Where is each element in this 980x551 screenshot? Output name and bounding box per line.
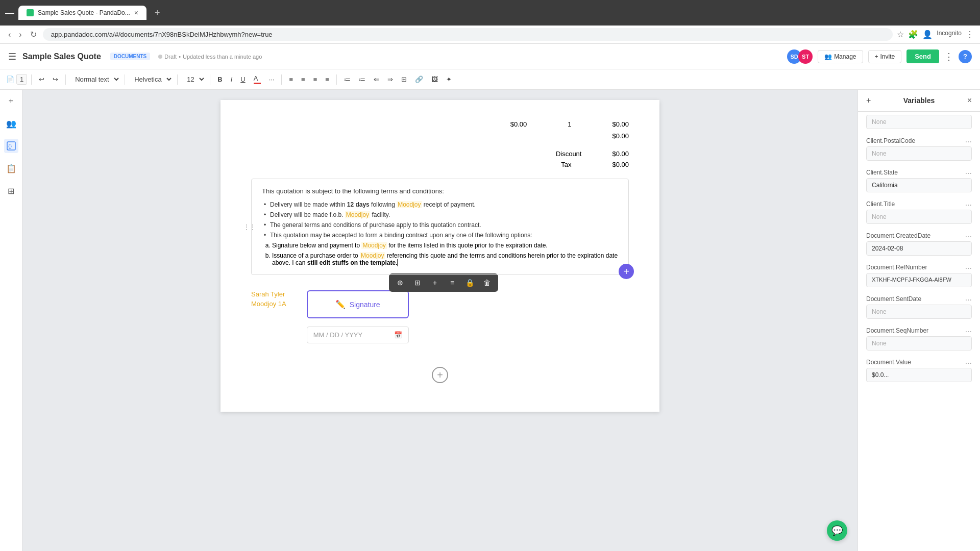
- sidebar-form-icon[interactable]: 📋: [4, 161, 18, 176]
- font-select[interactable]: Helvetica: [129, 73, 173, 85]
- panel-title: Variables: [903, 96, 935, 105]
- align-left-button[interactable]: ≡: [286, 73, 296, 85]
- underline-button[interactable]: U: [237, 73, 248, 85]
- float-delete-icon[interactable]: 🗑: [480, 276, 494, 290]
- back-button[interactable]: ‹: [6, 28, 13, 41]
- invite-button[interactable]: + Invite: [868, 50, 902, 63]
- float-lock-icon[interactable]: 🔒: [462, 276, 477, 290]
- var-ref-number-header: Document.RefNumber ···: [866, 264, 972, 273]
- var-postal-code-value[interactable]: None: [866, 146, 972, 161]
- italic-button[interactable]: I: [228, 73, 236, 85]
- tab-close-icon[interactable]: ×: [134, 9, 138, 17]
- var-ref-number-more[interactable]: ···: [965, 264, 972, 273]
- signature-box[interactable]: ✏️ Signature: [307, 290, 409, 318]
- align-center-button[interactable]: ≡: [298, 73, 308, 85]
- bold-button[interactable]: B: [214, 73, 225, 85]
- extension-icon[interactable]: 🧩: [908, 30, 918, 39]
- var-created-date: Document.CreatedDate ··· 2024-02-08: [858, 228, 980, 260]
- page-icon: 📄: [6, 76, 14, 83]
- terms-list: Delivery will be made within 12 days fol…: [262, 201, 618, 239]
- float-add-icon[interactable]: +: [428, 276, 442, 290]
- sidebar-people-icon[interactable]: 👥: [4, 116, 18, 131]
- bookmark-star-icon[interactable]: ☆: [897, 30, 904, 39]
- drag-handle-icon[interactable]: ⋮⋮: [243, 223, 256, 231]
- link-button[interactable]: 🔗: [412, 73, 426, 85]
- indent-increase-button[interactable]: ⇒: [384, 73, 396, 85]
- style-select[interactable]: Normal text: [70, 73, 120, 85]
- date-field[interactable]: MM / DD / YYYY 📅: [307, 327, 409, 343]
- sidebar-grid-icon[interactable]: ⊞: [4, 184, 18, 198]
- more-formatting-button[interactable]: ···: [266, 73, 278, 85]
- browser-chrome: — Sample Sales Quote - PandaDo... × +: [0, 0, 980, 26]
- font-color-button[interactable]: A: [251, 72, 264, 86]
- var-sent-date-value[interactable]: None: [866, 305, 972, 319]
- add-block-button[interactable]: +: [619, 264, 634, 279]
- send-button[interactable]: Send: [906, 49, 939, 63]
- var-document-value-value[interactable]: $0.0...: [866, 368, 972, 382]
- var-sent-date-more[interactable]: ···: [965, 295, 972, 305]
- panel-add-icon[interactable]: +: [866, 96, 871, 105]
- status-dot: [158, 55, 162, 59]
- variables-svg-icon: {}: [7, 141, 16, 151]
- address-bar[interactable]: app.pandadoc.com/a/#/documents/7nX98nBSk…: [43, 28, 893, 41]
- var-state-header: Client.State ···: [866, 169, 972, 178]
- var-state: Client.State ··· California: [858, 165, 980, 196]
- profile-icon[interactable]: 👤: [922, 30, 933, 39]
- redo-button[interactable]: ↪: [50, 73, 61, 85]
- table-button[interactable]: ⊞: [398, 73, 410, 85]
- refresh-button[interactable]: ↻: [28, 28, 39, 41]
- var-created-date-more[interactable]: ···: [965, 232, 972, 241]
- var-state-more[interactable]: ···: [965, 169, 972, 178]
- toolbar-divider-7: [336, 74, 337, 85]
- indent-decrease-button[interactable]: ⇐: [371, 73, 382, 85]
- float-settings-icon[interactable]: ≡: [445, 276, 459, 290]
- var-title: Client.Title ··· None: [858, 196, 980, 228]
- align-right-button[interactable]: ≡: [310, 73, 321, 85]
- var-seq-number-value[interactable]: None: [866, 336, 972, 350]
- var-document-value-more[interactable]: ···: [965, 359, 972, 368]
- panel-close-icon[interactable]: ×: [967, 96, 972, 105]
- header-more-icon[interactable]: ⋮: [944, 51, 953, 62]
- var-title-value[interactable]: None: [866, 210, 972, 224]
- float-grid-icon[interactable]: ⊞: [410, 276, 425, 290]
- terms-title: This quotation is subject to the followi…: [262, 187, 618, 195]
- hamburger-menu-icon[interactable]: ☰: [8, 51, 16, 62]
- undo-button[interactable]: ↩: [36, 73, 47, 85]
- sidebar-variables-icon[interactable]: {}: [4, 139, 18, 153]
- sidebar-add-icon[interactable]: +: [4, 94, 18, 108]
- font-size-select[interactable]: 12: [182, 73, 206, 85]
- var-postal-code-more[interactable]: ···: [965, 137, 972, 146]
- var-created-date-value[interactable]: 2024-02-08: [866, 241, 972, 256]
- browser-tab[interactable]: Sample Sales Quote - PandaDo... ×: [18, 6, 146, 20]
- window-minimize[interactable]: —: [5, 8, 14, 18]
- numbered-list-button[interactable]: ≔: [356, 73, 369, 85]
- menu-icon[interactable]: ⋮: [966, 30, 974, 39]
- help-button[interactable]: ?: [959, 50, 972, 63]
- add-section-button[interactable]: +: [432, 367, 448, 383]
- float-move-icon[interactable]: ⊕: [393, 276, 407, 290]
- toolbar-divider-1: [31, 74, 32, 85]
- text-cursor: [397, 259, 398, 266]
- doc-page: $0.00 1 $0.00 $0.00 Discount $0.00 Tax $…: [220, 100, 659, 412]
- var-title-more[interactable]: ···: [965, 201, 972, 210]
- manage-button[interactable]: 👥 Manage: [818, 50, 863, 63]
- chat-bubble-button[interactable]: 💬: [827, 520, 847, 541]
- add-section-container: +: [251, 359, 629, 391]
- toolbar-divider-2: [65, 74, 66, 85]
- forward-button[interactable]: ›: [17, 28, 23, 41]
- doc-badge: DOCUMENTS: [110, 53, 150, 60]
- var-seq-number-more[interactable]: ···: [965, 327, 972, 336]
- var-state-value[interactable]: California: [866, 178, 972, 192]
- terms-item-4: This quotation may be accepted to form a…: [262, 232, 618, 239]
- doc-area[interactable]: $0.00 1 $0.00 $0.00 Discount $0.00 Tax $…: [22, 90, 857, 551]
- justify-button[interactable]: ≡: [322, 73, 332, 85]
- signature-pen-icon: ✏️: [335, 299, 346, 309]
- bullet-list-button[interactable]: ≔: [341, 73, 354, 85]
- people-icon: 👥: [824, 53, 832, 60]
- clear-format-button[interactable]: ✦: [443, 73, 455, 85]
- image-button[interactable]: 🖼: [428, 73, 441, 85]
- right-panel: + Variables × None Client.PostalCode ···…: [857, 90, 980, 551]
- var-ref-number-value[interactable]: XTKHF-MCPFJ-FKGGA-AI8FW: [866, 273, 972, 287]
- tax-row: Tax $0.00: [251, 161, 629, 168]
- new-tab-button[interactable]: +: [151, 6, 164, 20]
